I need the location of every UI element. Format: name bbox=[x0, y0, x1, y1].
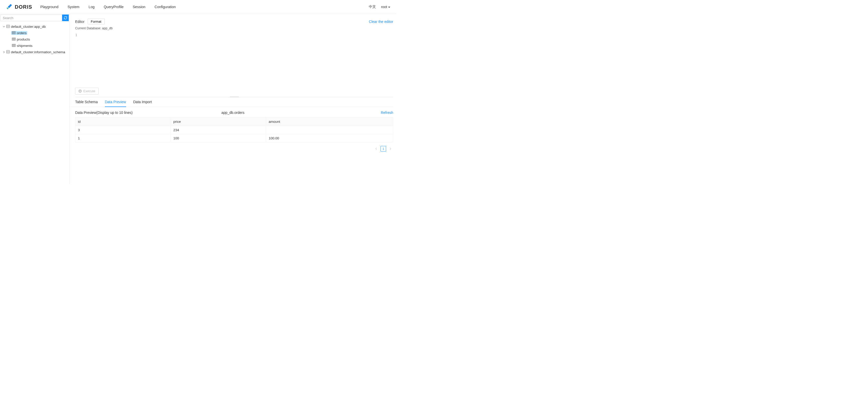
chevron-right-icon bbox=[390, 148, 392, 150]
header-left: DORIS Playground System Log QueryProfile… bbox=[6, 4, 176, 10]
table-label: shipments bbox=[17, 44, 33, 48]
table-label: orders bbox=[17, 31, 27, 35]
cell-id: 3 bbox=[75, 126, 170, 134]
table-node-products[interactable]: products bbox=[2, 36, 69, 42]
database-icon bbox=[6, 25, 10, 29]
line-gutter: 1 bbox=[69, 32, 80, 88]
tab-data-import[interactable]: Data Import bbox=[133, 100, 152, 107]
svg-rect-0 bbox=[7, 25, 9, 28]
sql-editor[interactable]: 1 bbox=[69, 32, 396, 88]
nav-session[interactable]: Session bbox=[133, 5, 146, 9]
nav-system[interactable]: System bbox=[67, 5, 80, 9]
prev-page-button[interactable] bbox=[373, 146, 379, 152]
nav-log[interactable]: Log bbox=[89, 5, 94, 9]
col-id: id bbox=[75, 118, 170, 126]
table-row: 1 100 100.00 bbox=[75, 134, 393, 143]
logo-icon bbox=[6, 4, 13, 10]
database-icon bbox=[6, 50, 10, 54]
preview-table-name: app_db.orders bbox=[221, 111, 244, 115]
cell-amount bbox=[266, 126, 393, 134]
refresh-tree-button[interactable] bbox=[62, 14, 69, 21]
split-divider[interactable] bbox=[75, 97, 393, 97]
db-label: default_cluster:information_schema bbox=[11, 50, 65, 54]
caret-right-icon bbox=[2, 51, 6, 54]
pagination: 1 bbox=[69, 143, 396, 152]
logo[interactable]: DORIS bbox=[6, 4, 32, 10]
preview-label: Data Preview(Display up to 10 lines) bbox=[75, 111, 133, 115]
db-tree: default_cluster:app_db orders products bbox=[0, 23, 69, 55]
db-label: default_cluster:app_db bbox=[11, 25, 46, 29]
preview-refresh-link[interactable]: Refresh bbox=[381, 111, 393, 115]
svg-rect-8 bbox=[12, 38, 16, 40]
nav-configuration[interactable]: Configuration bbox=[155, 5, 176, 9]
header: DORIS Playground System Log QueryProfile… bbox=[0, 0, 396, 14]
cell-amount: 100.00 bbox=[266, 134, 393, 143]
search-input[interactable] bbox=[1, 14, 62, 21]
table-label: products bbox=[17, 37, 30, 41]
result-tabs: Table Schema Data Preview Data Import bbox=[69, 97, 393, 107]
caret-down-icon bbox=[2, 25, 6, 29]
svg-rect-18 bbox=[7, 50, 9, 53]
col-amount: amount bbox=[266, 118, 393, 126]
current-database-label: Current Database: app_db bbox=[69, 25, 396, 31]
table-row: 3 234 bbox=[75, 126, 393, 134]
table-node-shipments[interactable]: shipments bbox=[2, 42, 69, 49]
page-1-button[interactable]: 1 bbox=[380, 146, 386, 152]
table-node-orders[interactable]: orders bbox=[2, 30, 69, 36]
editor-title: Editor bbox=[75, 20, 85, 24]
next-page-button[interactable] bbox=[388, 146, 393, 152]
sidebar: default_cluster:app_db orders products bbox=[0, 14, 69, 184]
clear-editor-link[interactable]: Clear the editor bbox=[369, 20, 393, 24]
cell-id: 1 bbox=[75, 134, 170, 143]
data-preview-table: id price amount 3 234 1 100 100.00 bbox=[75, 117, 393, 143]
svg-rect-3 bbox=[12, 32, 16, 34]
caret-down-icon bbox=[388, 7, 390, 8]
svg-rect-13 bbox=[12, 44, 16, 47]
language-toggle[interactable]: 中文 bbox=[369, 5, 376, 9]
line-number: 1 bbox=[69, 33, 77, 37]
refresh-icon bbox=[64, 16, 67, 20]
table-icon bbox=[12, 44, 16, 48]
drag-handle-icon bbox=[230, 97, 239, 97]
table-header-row: id price amount bbox=[75, 118, 393, 126]
user-name: root bbox=[381, 5, 387, 9]
chevron-left-icon bbox=[375, 148, 377, 150]
user-menu[interactable]: root bbox=[381, 5, 390, 9]
table-icon bbox=[12, 31, 16, 35]
execute-label: Execute bbox=[83, 89, 95, 93]
col-price: price bbox=[170, 118, 266, 126]
logo-text: DORIS bbox=[15, 4, 32, 10]
cell-price: 234 bbox=[170, 126, 266, 134]
table-icon bbox=[12, 37, 16, 41]
header-right: 中文 root bbox=[369, 5, 390, 9]
cell-price: 100 bbox=[170, 134, 266, 143]
db-node-information-schema[interactable]: default_cluster:information_schema bbox=[2, 49, 69, 55]
nav-playground[interactable]: Playground bbox=[40, 5, 58, 9]
play-icon bbox=[79, 89, 82, 93]
db-node-app-db[interactable]: default_cluster:app_db bbox=[2, 24, 69, 30]
tab-table-schema[interactable]: Table Schema bbox=[75, 100, 98, 107]
tab-data-preview[interactable]: Data Preview bbox=[105, 100, 126, 107]
top-nav: Playground System Log QueryProfile Sessi… bbox=[40, 5, 176, 9]
execute-button[interactable]: Execute bbox=[75, 88, 99, 94]
nav-queryprofile[interactable]: QueryProfile bbox=[104, 5, 124, 9]
main-panel: Editor Format Clear the editor Current D… bbox=[69, 14, 396, 184]
format-button[interactable]: Format bbox=[88, 19, 105, 25]
